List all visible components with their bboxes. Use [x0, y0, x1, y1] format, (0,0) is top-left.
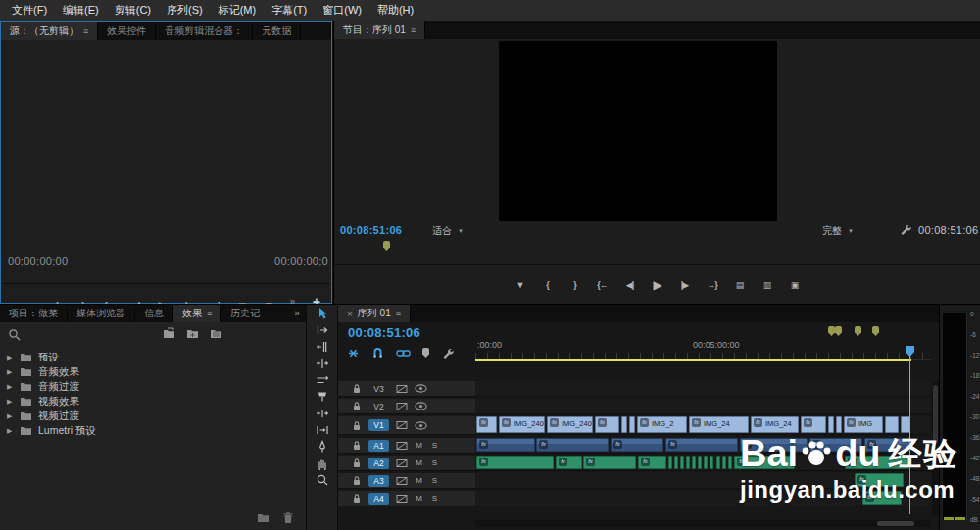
new-bin-icon[interactable] — [257, 511, 270, 524]
timeline-settings-wrench-icon[interactable] — [441, 347, 454, 360]
timeline-clip[interactable] — [836, 416, 842, 433]
menu-item[interactable]: 帮助(H) — [369, 1, 421, 20]
hand-tool[interactable] — [307, 455, 337, 471]
toggle-track-output-eye-icon[interactable] — [415, 384, 427, 393]
add-marker-button[interactable]: ▼ — [513, 277, 527, 293]
search-icon[interactable] — [8, 328, 21, 341]
timeline-clip[interactable]: fxIMG_2 — [637, 416, 687, 433]
mute-track-button[interactable]: M — [415, 458, 423, 467]
timeline-clip[interactable] — [698, 456, 702, 469]
effects-tree-item[interactable]: ▶音频过渡 — [0, 379, 306, 394]
timeline-clip[interactable]: fxIMG — [844, 416, 883, 433]
extract-button[interactable]: ▥ — [760, 277, 774, 293]
timeline-clip[interactable]: fx — [801, 416, 826, 433]
expand-arrow-icon[interactable]: ▶ — [7, 398, 14, 406]
timeline-clip[interactable]: fxIMG_24 — [689, 416, 749, 433]
solo-track-button[interactable]: S — [430, 476, 439, 485]
panel-menu-icon[interactable]: ≡ — [207, 309, 212, 318]
bin-options-icon[interactable] — [210, 327, 222, 339]
slip-tool[interactable] — [307, 405, 337, 421]
mark-in-button[interactable]: { — [540, 277, 555, 293]
solo-track-button[interactable]: S — [430, 441, 439, 450]
snap-magnet-icon[interactable] — [371, 347, 384, 360]
sequence-marker-icon[interactable] — [872, 326, 879, 336]
linked-selection-icon[interactable] — [396, 347, 411, 360]
expand-arrow-icon[interactable]: ▶ — [7, 383, 14, 391]
timeline-clip[interactable]: fx — [536, 438, 609, 452]
sequence-marker-icon[interactable] — [828, 326, 835, 336]
nest-sequence-icon[interactable] — [347, 347, 360, 360]
program-settings-wrench-icon[interactable] — [899, 223, 911, 236]
selection-tool[interactable] — [307, 305, 337, 321]
track-content-V2[interactable] — [475, 399, 931, 414]
timeline-horizontal-scrollbar[interactable] — [475, 520, 931, 527]
panel-menu-icon[interactable]: ≡ — [396, 309, 401, 318]
track-content-V3[interactable] — [475, 381, 931, 397]
timeline-clip[interactable]: fxIMG_240 — [499, 416, 545, 433]
track-lock-icon[interactable] — [352, 440, 362, 451]
mute-track-button[interactable]: M — [415, 441, 423, 450]
sync-lock-icon[interactable] — [396, 384, 408, 394]
tab[interactable]: 效果控件 — [98, 22, 156, 40]
tab[interactable]: 信息 — [135, 305, 173, 322]
menu-item[interactable]: 编辑(E) — [55, 1, 107, 20]
track-target-V1[interactable]: V1 — [368, 419, 389, 431]
new-custom-bin-icon[interactable] — [163, 327, 175, 339]
timeline-clip[interactable] — [692, 456, 696, 469]
expand-arrow-icon[interactable]: ▶ — [7, 412, 14, 420]
track-lock-icon[interactable] — [352, 458, 362, 468]
timeline-clip[interactable] — [668, 456, 672, 469]
add-marker-icon[interactable] — [422, 348, 429, 358]
toggle-track-output-eye-icon[interactable] — [415, 421, 427, 430]
menu-item[interactable]: 文件(F) — [4, 1, 55, 20]
effects-tree-item[interactable]: ▶音频效果 — [0, 364, 306, 379]
timeline-clip[interactable] — [885, 416, 899, 433]
delete-trash-icon[interactable] — [282, 511, 294, 524]
timeline-clip[interactable]: fx — [476, 416, 497, 433]
step-back-button[interactable]: ◀| — [622, 277, 637, 293]
lift-button[interactable]: ▤ — [732, 277, 747, 293]
track-target-A1[interactable]: A1 — [368, 440, 389, 452]
ripple-edit-tool[interactable] — [307, 338, 337, 355]
timeline-clip[interactable]: fx — [595, 416, 619, 433]
timeline-clip[interactable] — [722, 456, 726, 469]
sequence-marker-icon[interactable] — [855, 326, 861, 336]
timeline-clip[interactable] — [674, 456, 678, 469]
timeline-clip[interactable]: fxIMG_240 — [547, 416, 593, 433]
timeline-clip[interactable] — [629, 416, 635, 433]
project-overflow-button[interactable]: » — [294, 308, 300, 318]
timeline-clip[interactable]: fx — [665, 438, 738, 452]
program-resolution-dropdown[interactable]: 完整▼ — [822, 224, 854, 238]
razor-tool[interactable] — [307, 388, 337, 405]
solo-track-button[interactable]: S — [430, 494, 439, 503]
tab[interactable]: 历史记 — [221, 305, 270, 322]
export-frame-button[interactable]: ▣ — [787, 277, 802, 293]
track-lock-icon[interactable] — [352, 383, 362, 394]
track-lock-icon[interactable] — [352, 493, 362, 504]
timeline-clip[interactable] — [716, 456, 720, 469]
tab[interactable]: 音频剪辑混合器： — [156, 22, 253, 40]
menu-item[interactable]: 窗口(W) — [315, 1, 369, 20]
work-area-bar[interactable] — [475, 359, 911, 361]
menu-item[interactable]: 标记(M) — [211, 1, 265, 20]
track-select-forward-tool[interactable] — [307, 321, 337, 338]
effects-tree-item[interactable]: ▶视频效果 — [0, 394, 306, 409]
mark-out-button[interactable]: } — [567, 277, 582, 293]
play-button[interactable]: ▶ — [650, 277, 664, 293]
track-target-A4[interactable]: A4 — [368, 493, 389, 505]
timeline-clip[interactable]: fx — [638, 456, 666, 469]
timeline-clip[interactable] — [710, 456, 713, 469]
sync-lock-icon[interactable] — [396, 402, 408, 411]
expand-arrow-icon[interactable]: ▶ — [7, 354, 14, 361]
track-target-A3[interactable]: A3 — [368, 475, 389, 487]
timeline-clip[interactable] — [686, 456, 690, 469]
zoom-tool[interactable] — [307, 471, 337, 488]
track-target-A2[interactable]: A2 — [368, 458, 389, 469]
tab-sequence-01[interactable]: × 序列 01 ≡ — [338, 305, 411, 322]
sync-lock-icon[interactable] — [396, 420, 408, 430]
effects-tree-item[interactable]: ▶预设 — [0, 350, 306, 364]
timeline-clip[interactable]: fx — [556, 456, 582, 469]
timeline-clip[interactable] — [728, 456, 732, 469]
panel-menu-icon[interactable]: ≡ — [411, 25, 416, 35]
timeline-clip[interactable] — [828, 416, 834, 433]
